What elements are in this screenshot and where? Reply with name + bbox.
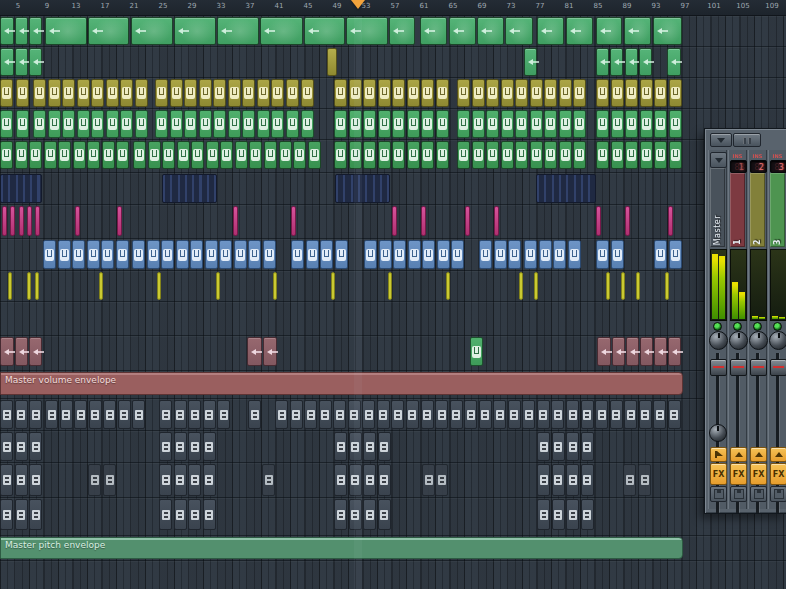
pattern-clip-cell[interactable] (436, 141, 449, 169)
pattern-clip-cell[interactable] (132, 400, 145, 429)
pattern-clip-cell[interactable] (530, 79, 543, 107)
pattern-clip-cell[interactable] (393, 240, 406, 269)
pattern-clip-cell[interactable] (242, 79, 255, 107)
pattern-clip-cell[interactable] (551, 400, 564, 429)
fx-button[interactable]: FX (770, 463, 786, 485)
pattern-clip-cell[interactable] (421, 110, 434, 138)
pattern-clip-cell[interactable] (45, 400, 58, 429)
audio-clip-green[interactable] (537, 17, 564, 45)
pattern-clip-cell[interactable] (217, 400, 230, 429)
audio-clip-pink[interactable] (640, 337, 653, 366)
automation-bar-yellow[interactable] (636, 272, 640, 300)
pattern-clip-cell[interactable] (62, 110, 75, 138)
pattern-clip-cell[interactable] (161, 240, 174, 269)
pattern-clip-cell[interactable] (334, 141, 347, 169)
pattern-clip-cell[interactable] (508, 400, 521, 429)
pattern-clip-cell[interactable] (378, 499, 391, 530)
pattern-clip-cell[interactable] (135, 110, 148, 138)
pattern-clip-cell[interactable] (539, 240, 552, 269)
automation-bar-yellow[interactable] (621, 272, 625, 300)
pattern-clip-cell[interactable] (363, 110, 376, 138)
pattern-clip-cell[interactable] (58, 141, 71, 169)
pattern-clip-cell[interactable] (392, 110, 405, 138)
pattern-clip-cell[interactable] (422, 464, 435, 496)
pattern-clip-cell[interactable] (191, 141, 204, 169)
audio-clip-green[interactable] (88, 17, 129, 45)
pattern-clip-cell[interactable] (188, 432, 201, 461)
pattern-clip-cell[interactable] (486, 79, 499, 107)
pattern-clip-cell[interactable] (493, 400, 506, 429)
audio-clip-green[interactable] (217, 17, 259, 45)
audio-clip-green[interactable] (596, 17, 622, 45)
send-button[interactable] (710, 447, 727, 462)
pattern-clip-cell[interactable] (106, 79, 119, 107)
pattern-clip-cell[interactable] (228, 79, 241, 107)
pattern-clip-cell[interactable] (29, 432, 42, 461)
pattern-clip-cell[interactable] (363, 499, 376, 530)
audio-clip-pink[interactable] (263, 337, 277, 366)
pattern-clip-navy[interactable] (335, 174, 390, 203)
pattern-clip-cell[interactable] (464, 400, 477, 429)
pattern-clip-cell[interactable] (363, 79, 376, 107)
audio-clip-green[interactable] (389, 17, 415, 45)
pattern-clip-cell[interactable] (271, 110, 284, 138)
pattern-clip-cell[interactable] (43, 240, 56, 269)
pattern-clip-cell[interactable] (206, 141, 219, 169)
pattern-clip-cell[interactable] (188, 499, 201, 530)
pattern-clip-cell[interactable] (623, 464, 636, 496)
pattern-clip-cell[interactable] (552, 499, 565, 530)
pattern-clip-cell[interactable] (199, 79, 212, 107)
pattern-clip-cell[interactable] (479, 400, 492, 429)
pattern-clip-cell[interactable] (581, 499, 594, 530)
pattern-clip-cell[interactable] (220, 141, 233, 169)
send-button[interactable] (770, 447, 786, 462)
pattern-clip-cell[interactable] (486, 141, 499, 169)
pattern-clip-cell[interactable] (596, 141, 609, 169)
pattern-clip-cell[interactable] (87, 240, 100, 269)
automation-bar-yellow[interactable] (35, 272, 39, 300)
automation-bar-yellow[interactable] (331, 272, 335, 300)
master-select-button[interactable] (710, 152, 727, 168)
pattern-clip-cell[interactable] (436, 79, 449, 107)
pattern-clip-cell[interactable] (87, 141, 100, 169)
pattern-clip-cell[interactable] (654, 240, 667, 269)
pattern-clip-cell[interactable] (132, 240, 145, 269)
pattern-clip-cell[interactable] (654, 141, 667, 169)
pattern-clip-cell[interactable] (669, 110, 682, 138)
pattern-clip-cell[interactable] (213, 110, 226, 138)
track-8[interactable] (0, 238, 786, 271)
audio-clip-pink[interactable] (654, 337, 667, 366)
audio-clip-pink[interactable] (668, 337, 681, 366)
automation-bar-magenta[interactable] (392, 206, 397, 236)
pattern-clip-cell[interactable] (304, 400, 317, 429)
track-3[interactable] (0, 77, 786, 109)
automation-bar-magenta[interactable] (625, 206, 630, 236)
pattern-clip-cell[interactable] (640, 141, 653, 169)
pattern-clip-cell[interactable] (436, 110, 449, 138)
pattern-clip-cell[interactable] (301, 79, 314, 107)
pattern-clip-cell[interactable] (177, 141, 190, 169)
pattern-clip-cell[interactable] (89, 400, 102, 429)
audio-clip-pink[interactable] (15, 337, 28, 366)
automation-bar-yellow[interactable] (606, 272, 610, 300)
pattern-clip-cell[interactable] (174, 432, 187, 461)
pattern-clip-cell[interactable] (60, 400, 73, 429)
pattern-clip-cell[interactable] (0, 432, 13, 461)
pattern-clip-cell[interactable] (472, 141, 485, 169)
pattern-clip-cell[interactable] (159, 432, 172, 461)
pattern-clip-cell[interactable] (133, 141, 146, 169)
pattern-clip-cell[interactable] (611, 79, 624, 107)
pattern-clip-cell[interactable] (437, 240, 450, 269)
audio-clip-green[interactable] (625, 48, 638, 76)
pattern-clip-cell[interactable] (106, 110, 119, 138)
pattern-clip-cell[interactable] (378, 110, 391, 138)
audio-clip-green[interactable] (174, 17, 216, 45)
pattern-clip-cell[interactable] (407, 110, 420, 138)
pattern-clip-cell[interactable] (72, 240, 85, 269)
stereo-separation-knob[interactable] (709, 424, 727, 442)
mixer-strip-3[interactable]: INS8833FX (768, 150, 786, 509)
automation-bar-magenta[interactable] (421, 206, 426, 236)
pattern-clip-cell[interactable] (559, 79, 572, 107)
pan-knob[interactable] (769, 331, 786, 350)
audio-clip-pink[interactable] (626, 337, 639, 366)
